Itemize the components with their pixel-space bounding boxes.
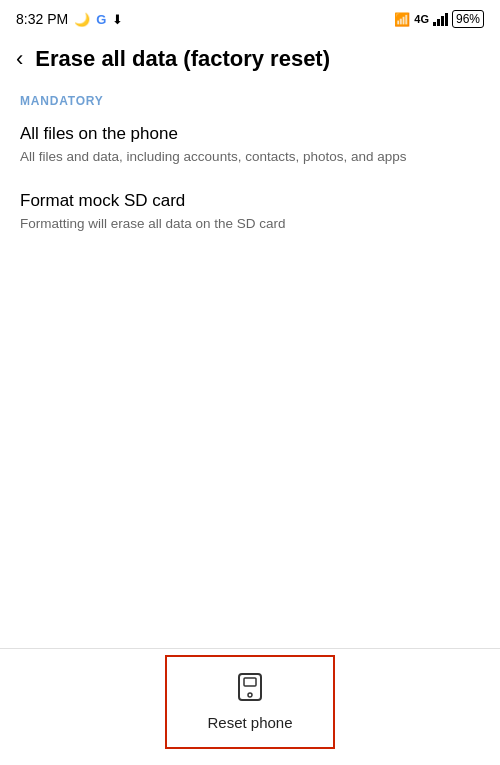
svg-rect-1 [244, 678, 256, 686]
header: ‹ Erase all data (factory reset) [0, 36, 500, 86]
network-icon: 4G [414, 13, 429, 25]
item-title-files: All files on the phone [20, 124, 480, 144]
signal-bars [433, 13, 448, 26]
time-display: 8:32 PM [16, 11, 68, 27]
reset-phone-button[interactable]: Reset phone [165, 655, 334, 749]
content-area: MANDATORY All files on the phone All fil… [0, 86, 500, 234]
item-title-sdcard: Format mock SD card [20, 191, 480, 211]
reset-label: Reset phone [207, 714, 292, 731]
battery-display: 96% [452, 10, 484, 28]
status-icons-right: 📶 4G 96% [394, 10, 484, 28]
svg-point-2 [248, 693, 252, 697]
item-desc-files: All files and data, including accounts, … [20, 148, 480, 167]
page-title: Erase all data (factory reset) [35, 46, 330, 72]
status-left: 8:32 PM 🌙 G ⬇ [16, 11, 123, 27]
status-bar: 8:32 PM 🌙 G ⬇ 📶 4G 96% [0, 0, 500, 36]
moon-icon: 🌙 [74, 12, 90, 27]
download-icon: ⬇ [112, 12, 123, 27]
wifi-icon: 📶 [394, 12, 410, 27]
list-item: All files on the phone All files and dat… [20, 124, 480, 167]
mandatory-label: MANDATORY [20, 94, 480, 108]
bottom-action-bar: Reset phone [0, 648, 500, 765]
list-item: Format mock SD card Formatting will eras… [20, 191, 480, 234]
item-desc-sdcard: Formatting will erase all data on the SD… [20, 215, 480, 234]
reset-icon [236, 673, 264, 708]
back-button[interactable]: ‹ [16, 46, 23, 72]
google-icon: G [96, 12, 106, 27]
